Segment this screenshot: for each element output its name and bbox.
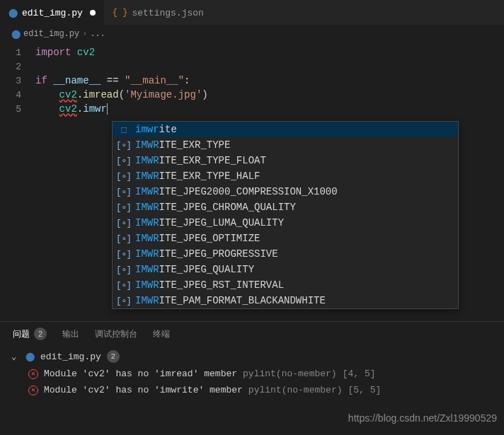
panel-tab-problems[interactable]: 问题 2 [13, 327, 47, 340]
modified-indicator-icon [90, 10, 96, 16]
chevron-down-icon: ⌄ [11, 352, 20, 362]
problems-count-badge: 2 [34, 327, 47, 340]
editor-tabs: ⬤ edit_img.py { } settings.json [0, 0, 504, 25]
tab-label: edit_img.py [22, 8, 83, 18]
suggest-label: imwrite [135, 124, 177, 135]
problems-file-name: edit_img.py [40, 352, 101, 362]
autocomplete-popup[interactable]: ⬚imwrite[∘]IMWRITE_EXR_TYPE[∘]IMWRITE_EX… [112, 121, 459, 309]
chevron-right-icon: › [82, 29, 87, 39]
suggest-item[interactable]: [∘]IMWRITE_JPEG_RST_INTERVAL [113, 277, 458, 293]
variable-icon: [∘] [118, 186, 130, 197]
line-number: 5 [0, 104, 35, 115]
python-file-icon: ⬤ [11, 29, 21, 40]
code-editor[interactable]: 1 import cv2 2 3 if __name__ == "__main_… [0, 42, 504, 119]
tab-edit-img[interactable]: ⬤ edit_img.py [0, 0, 104, 25]
line-number: 3 [0, 76, 35, 86]
suggest-item[interactable]: [∘]IMWRITE_JPEG_CHROMA_QUALITY [113, 199, 458, 215]
tab-label: settings.json [132, 8, 203, 18]
suggest-item[interactable]: [∘]IMWRITE_EXR_TYPE [113, 137, 458, 153]
suggest-label: IMWRITE_JPEG_CHROMA_QUALITY [135, 202, 296, 213]
suggest-label: IMWRITE_JPEG_OPTIMIZE [135, 233, 260, 244]
variable-icon: [∘] [118, 264, 130, 275]
suggest-item[interactable]: [∘]IMWRITE_JPEG_OPTIMIZE [113, 231, 458, 246]
variable-icon: [∘] [118, 170, 130, 182]
problem-item[interactable]: ✕ Module 'cv2' has no 'imread' member py… [8, 366, 496, 382]
file-problem-count-badge: 2 [107, 350, 120, 363]
problem-source: pylint(no-member) [243, 369, 337, 379]
variable-icon: [∘] [118, 217, 130, 228]
suggest-label: IMWRITE_JPEG_QUALITY [135, 264, 254, 275]
suggest-item[interactable]: [∘]IMWRITE_JPEG_QUALITY [113, 262, 458, 277]
variable-icon: [∘] [118, 139, 130, 151]
line-number: 1 [0, 47, 35, 58]
suggest-label: IMWRITE_JPEG_LUMA_QUALITY [135, 217, 284, 228]
error-icon: ✕ [28, 369, 38, 379]
problem-message: Module 'cv2' has no 'imwrite' member [44, 385, 243, 395]
panel-tab-output[interactable]: 输出 [62, 327, 79, 340]
suggest-label: IMWRITE_PAM_FORMAT_BLACKANDWHITE [135, 295, 326, 306]
panel-tab-debug-console[interactable]: 调试控制台 [95, 327, 137, 340]
problem-item[interactable]: ✕ Module 'cv2' has no 'imwrite' member p… [8, 382, 496, 398]
suggest-label: IMWRITE_EXR_TYPE_FLOAT [135, 155, 266, 166]
line-number: 2 [0, 62, 35, 72]
suggest-label: IMWRITE_JPEG_PROGRESSIVE [135, 248, 278, 260]
method-icon: ⬚ [118, 124, 130, 135]
python-file-icon: ⬤ [25, 352, 35, 362]
suggest-item[interactable]: [∘]IMWRITE_PAM_FORMAT_BLACKANDWHITE [113, 293, 458, 308]
breadcrumb-file: edit_img.py [23, 29, 79, 39]
variable-icon: [∘] [118, 295, 130, 306]
problems-list: ⌄ ⬤ edit_img.py 2 ✕ Module 'cv2' has no … [0, 344, 504, 404]
suggest-label: IMWRITE_JPEG_RST_INTERVAL [135, 279, 284, 291]
panel-tab-terminal[interactable]: 终端 [153, 327, 170, 340]
suggest-item[interactable]: [∘]IMWRITE_JPEG_PROGRESSIVE [113, 246, 458, 262]
json-file-icon: { } [113, 8, 128, 18]
problem-location: [5, 5] [348, 385, 381, 395]
suggest-item[interactable]: [∘]IMWRITE_EXR_TYPE_HALF [113, 168, 458, 184]
error-icon: ✕ [28, 385, 38, 395]
suggest-item[interactable]: [∘]IMWRITE_JPEG_LUMA_QUALITY [113, 215, 458, 231]
problem-message: Module 'cv2' has no 'imread' member [44, 369, 237, 379]
variable-icon: [∘] [118, 279, 130, 291]
text-cursor [107, 103, 108, 115]
watermark: https://blog.csdn.net/Zxl19990529 [348, 412, 497, 424]
problem-source: pylint(no-member) [248, 385, 343, 395]
line-number: 4 [0, 90, 35, 100]
suggest-item[interactable]: ⬚imwrite [113, 122, 458, 137]
variable-icon: [∘] [118, 155, 130, 166]
breadcrumb-trail: ... [90, 29, 105, 39]
python-file-icon: ⬤ [8, 8, 18, 18]
bottom-panel: 问题 2 输出 调试控制台 终端 ⌄ ⬤ edit_img.py 2 ✕ Mod… [0, 321, 504, 404]
suggest-label: IMWRITE_EXR_TYPE_HALF [135, 170, 260, 182]
tab-settings-json[interactable]: { } settings.json [104, 0, 212, 25]
suggest-label: IMWRITE_JPEG2000_COMPRESSION_X1000 [135, 186, 338, 197]
suggest-label: IMWRITE_EXR_TYPE [135, 139, 230, 151]
variable-icon: [∘] [118, 248, 130, 260]
variable-icon: [∘] [118, 233, 130, 244]
problems-file-group[interactable]: ⌄ ⬤ edit_img.py 2 [8, 347, 496, 366]
variable-icon: [∘] [118, 202, 130, 213]
problem-location: [4, 5] [343, 369, 376, 379]
suggest-item[interactable]: [∘]IMWRITE_JPEG2000_COMPRESSION_X1000 [113, 184, 458, 199]
suggest-item[interactable]: [∘]IMWRITE_EXR_TYPE_FLOAT [113, 153, 458, 168]
panel-tabs: 问题 2 输出 调试控制台 终端 [0, 322, 504, 344]
breadcrumb[interactable]: ⬤ edit_img.py › ... [0, 25, 504, 42]
